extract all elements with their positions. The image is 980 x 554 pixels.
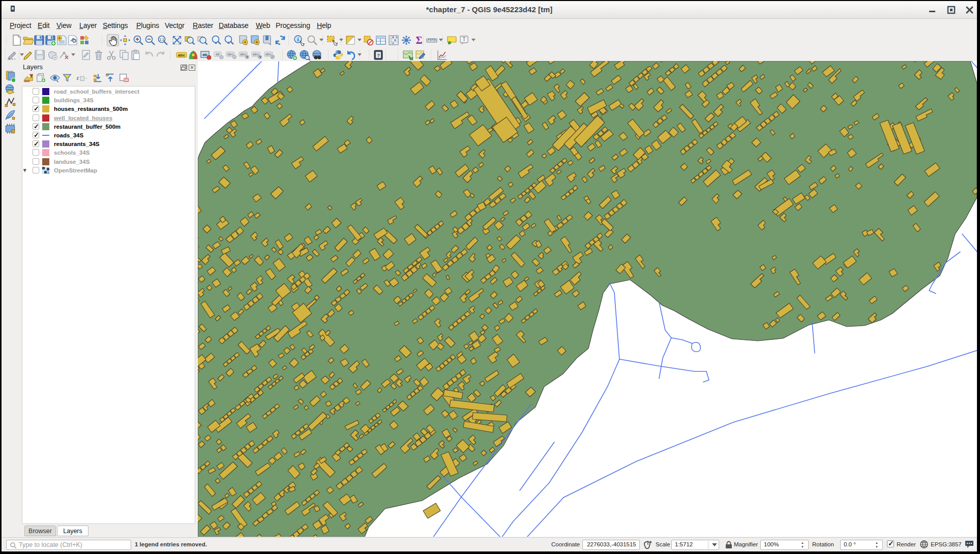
svg-text:abc: abc: [253, 52, 259, 56]
svg-text:abc: abc: [178, 53, 185, 57]
svg-text:ab: ab: [216, 52, 220, 56]
svg-text:abc: abc: [240, 52, 246, 56]
svg-text:abc: abc: [227, 52, 233, 56]
svg-text:?: ?: [377, 53, 380, 58]
svg-text:Σ: Σ: [415, 35, 422, 46]
svg-text:abc: abc: [265, 52, 272, 56]
svg-text:T: T: [462, 37, 465, 42]
svg-text:ε: ε: [77, 74, 79, 81]
svg-text:1:1: 1:1: [159, 38, 164, 41]
svg-text:ab: ab: [202, 52, 207, 57]
svg-text:i: i: [297, 36, 299, 42]
